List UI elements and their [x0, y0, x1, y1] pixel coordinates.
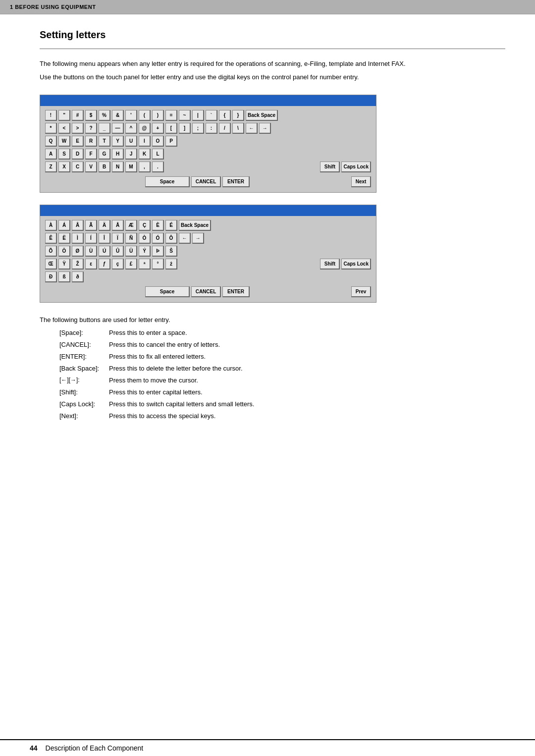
key-ecirc[interactable]: Ê: [45, 233, 57, 244]
key-colon[interactable]: :: [206, 123, 217, 134]
key-f[interactable]: F: [85, 149, 97, 160]
key-star[interactable]: *: [45, 123, 57, 134]
key-shift-2[interactable]: Shift: [320, 259, 340, 270]
key-t[interactable]: T: [99, 136, 110, 147]
key-z[interactable]: Z: [45, 162, 57, 172]
key-left-arrow-2[interactable]: ←: [179, 233, 191, 244]
key-iacute[interactable]: Í: [85, 233, 97, 244]
key-zcaron[interactable]: Ž: [72, 259, 84, 270]
key-lt[interactable]: <: [58, 123, 70, 134]
key-q[interactable]: Q: [45, 136, 57, 147]
key-tilde[interactable]: ~: [179, 110, 191, 121]
key-acirc[interactable]: Â: [72, 220, 84, 231]
key-scaron[interactable]: Š: [165, 246, 177, 257]
key-icirc[interactable]: Î: [99, 233, 110, 244]
key-space-1[interactable]: Space: [145, 176, 190, 187]
key-caret[interactable]: ^: [125, 123, 137, 134]
key-excl[interactable]: !: [45, 110, 57, 121]
key-feminine[interactable]: ª: [139, 259, 151, 270]
key-v[interactable]: V: [85, 162, 97, 172]
key-space-2[interactable]: Space: [145, 286, 190, 297]
key-capslock-1[interactable]: Caps Lock: [341, 162, 371, 172]
key-eacute[interactable]: É: [165, 220, 177, 231]
key-backspace-2[interactable]: Back Space: [179, 220, 211, 231]
key-ouml[interactable]: Ö: [58, 246, 70, 257]
key-ograve[interactable]: Ò: [139, 233, 151, 244]
key-dquote[interactable]: ": [58, 110, 70, 121]
key-florin[interactable]: ƒ: [99, 259, 110, 270]
key-underscore[interactable]: _: [99, 123, 110, 134]
key-y[interactable]: Y: [112, 136, 124, 147]
key-b[interactable]: B: [99, 162, 110, 172]
key-uuml[interactable]: Ü: [125, 246, 137, 257]
key-cancel-1[interactable]: CANCEL: [191, 176, 221, 187]
key-shift-1[interactable]: Shift: [320, 162, 340, 172]
key-i[interactable]: I: [139, 136, 151, 147]
key-aacute[interactable]: Á: [58, 220, 70, 231]
key-degree[interactable]: °: [152, 259, 164, 270]
key-backslash[interactable]: \: [232, 123, 244, 134]
key-g[interactable]: G: [99, 149, 110, 160]
key-egrave[interactable]: È: [152, 220, 164, 231]
key-left-arrow[interactable]: ←: [246, 123, 258, 134]
key-aelig[interactable]: Æ: [125, 220, 137, 231]
key-k[interactable]: K: [139, 149, 151, 160]
key-c[interactable]: C: [72, 162, 84, 172]
key-capslock-2[interactable]: Caps Lock: [341, 259, 371, 270]
key-ocirc[interactable]: Ô: [165, 233, 177, 244]
key-l[interactable]: L: [152, 149, 164, 160]
key-prev-2[interactable]: Prev: [351, 286, 371, 297]
key-zdot[interactable]: ż: [165, 259, 177, 270]
key-lbracket[interactable]: [: [165, 123, 177, 134]
key-r[interactable]: R: [85, 136, 97, 147]
key-oslash[interactable]: Ø: [72, 246, 84, 257]
key-backspace-1[interactable]: Back Space: [246, 110, 278, 121]
key-eth[interactable]: Ð: [45, 271, 57, 282]
key-ccedil-small[interactable]: ç: [112, 259, 124, 270]
key-ccedil[interactable]: Ç: [139, 220, 151, 231]
key-at[interactable]: @: [139, 123, 151, 134]
key-igrave[interactable]: Ì: [72, 233, 84, 244]
key-n[interactable]: N: [112, 162, 124, 172]
key-uacute[interactable]: Ú: [99, 246, 110, 257]
key-squote[interactable]: ': [125, 110, 137, 121]
key-oacute[interactable]: Ó: [152, 233, 164, 244]
key-szlig[interactable]: ß: [58, 271, 70, 282]
key-rbracket[interactable]: ]: [179, 123, 191, 134]
key-enter-2[interactable]: ENTER: [222, 286, 250, 297]
key-semi[interactable]: ;: [192, 123, 204, 134]
key-h[interactable]: H: [112, 149, 124, 160]
key-a[interactable]: A: [45, 149, 57, 160]
key-hash[interactable]: #: [72, 110, 84, 121]
key-p[interactable]: P: [165, 136, 177, 147]
key-epsilon[interactable]: ε: [85, 259, 97, 270]
key-slash[interactable]: /: [219, 123, 231, 134]
key-plus[interactable]: +: [152, 123, 164, 134]
key-pound[interactable]: £: [125, 259, 137, 270]
key-euml[interactable]: Ë: [58, 233, 70, 244]
key-yacute[interactable]: Ý: [139, 246, 151, 257]
key-agrave[interactable]: À: [45, 220, 57, 231]
key-atilde[interactable]: Ã: [85, 220, 97, 231]
key-ucirc[interactable]: Û: [112, 246, 124, 257]
key-u[interactable]: U: [125, 136, 137, 147]
key-ntilde[interactable]: Ñ: [125, 233, 137, 244]
key-otilde[interactable]: Õ: [45, 246, 57, 257]
key-auml[interactable]: Ä: [99, 220, 110, 231]
key-d[interactable]: D: [72, 149, 84, 160]
key-amp[interactable]: &: [112, 110, 124, 121]
key-j[interactable]: J: [125, 149, 137, 160]
key-percent[interactable]: %: [99, 110, 110, 121]
key-o[interactable]: O: [152, 136, 164, 147]
key-thorn[interactable]: Þ: [152, 246, 164, 257]
key-question[interactable]: ?: [85, 123, 97, 134]
key-cancel-2[interactable]: CANCEL: [191, 286, 221, 297]
key-rparen[interactable]: ): [152, 110, 164, 121]
key-yuml[interactable]: Ÿ: [58, 259, 70, 270]
key-gt[interactable]: >: [72, 123, 84, 134]
key-m[interactable]: M: [125, 162, 137, 172]
key-equals[interactable]: =: [165, 110, 177, 121]
key-w[interactable]: W: [58, 136, 70, 147]
key-dollar[interactable]: $: [85, 110, 97, 121]
key-backtick[interactable]: `: [206, 110, 217, 121]
